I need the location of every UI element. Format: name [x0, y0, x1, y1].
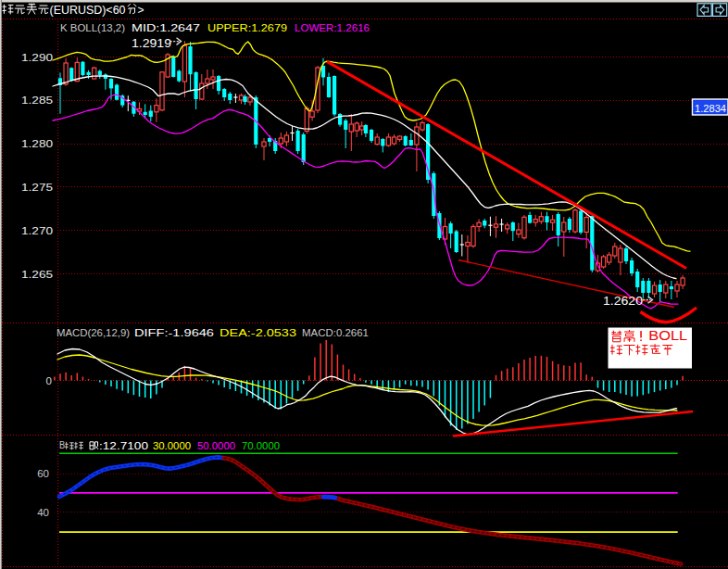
svg-text:MACD(26,12,9): MACD(26,12,9) — [56, 327, 130, 338]
svg-text:50.0000: 50.0000 — [197, 440, 235, 451]
svg-text:MACD:0.2661: MACD:0.2661 — [302, 327, 369, 338]
svg-text:70.0000: 70.0000 — [242, 440, 280, 451]
svg-text:DIFF:-1.9646: DIFF:-1.9646 — [134, 327, 214, 338]
svg-text:1.275: 1.275 — [21, 182, 53, 193]
svg-text:40: 40 — [37, 507, 49, 518]
svg-text:1.2620: 1.2620 — [603, 295, 643, 308]
svg-text:BOLL: BOLL — [648, 328, 687, 343]
svg-text:(EURUSD)<60: (EURUSD)<60 — [50, 4, 126, 17]
svg-text:>: > — [138, 4, 144, 17]
svg-text:LOWER:1.2616: LOWER:1.2616 — [295, 22, 370, 33]
svg-text:1.290: 1.290 — [21, 52, 53, 63]
svg-text:1.2834: 1.2834 — [695, 103, 727, 114]
svg-text:B: B — [59, 439, 65, 450]
svg-text:60: 60 — [37, 468, 49, 479]
svg-text::12.7100: :12.7100 — [99, 440, 148, 451]
svg-text:K BOLL(13,2): K BOLL(13,2) — [60, 22, 125, 33]
svg-text:1.270: 1.270 — [21, 225, 53, 236]
svg-text:30.0000: 30.0000 — [153, 440, 191, 451]
svg-text:1.2919: 1.2919 — [132, 37, 171, 50]
svg-text:MID:1.2647: MID:1.2647 — [132, 22, 200, 33]
svg-text:DEA:-2.0533: DEA:-2.0533 — [220, 327, 296, 338]
svg-text:1.265: 1.265 — [21, 269, 53, 280]
svg-text:UPPER:1.2679: UPPER:1.2679 — [207, 22, 287, 33]
svg-text:1.280: 1.280 — [21, 138, 53, 149]
svg-text:0: 0 — [46, 375, 52, 386]
svg-text:1.285: 1.285 — [21, 95, 53, 106]
